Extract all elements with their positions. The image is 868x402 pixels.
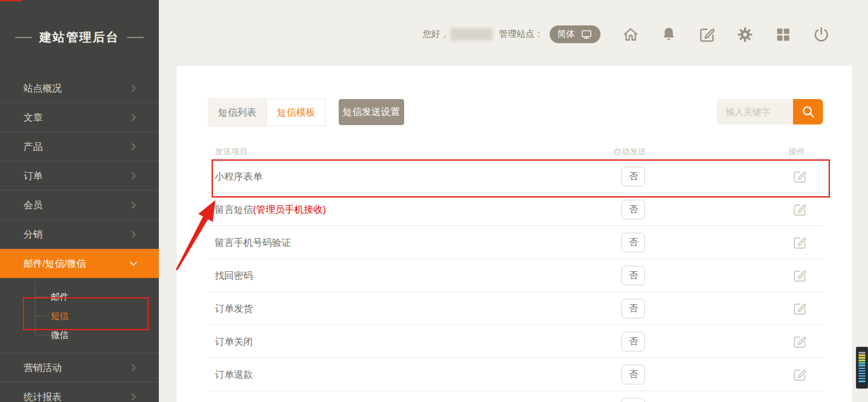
sidebar-item-marketing[interactable]: 营销活动 [0, 353, 159, 382]
row-name: 订单关闭 [215, 335, 253, 347]
username-redacted [451, 28, 492, 41]
row-name: 找回密码 [215, 269, 253, 281]
subitem-label: 短信 [51, 311, 69, 321]
row-edit-button[interactable] [792, 301, 807, 316]
chevron-right-icon [128, 392, 139, 402]
search-button[interactable] [793, 99, 823, 124]
chevron-right-icon [128, 83, 139, 93]
row-edit-button[interactable] [792, 367, 807, 382]
col-auto-send: 自动发送 [613, 146, 646, 157]
sidebar-item-members[interactable]: 会员 [0, 191, 159, 220]
tab-sms-template[interactable]: 短信模板 [267, 99, 325, 126]
sms-send-settings-button[interactable]: 短信发送设置 [339, 99, 404, 125]
sidebar-item-site-overview[interactable]: 站点概况 [0, 74, 159, 103]
row-edit-button[interactable] [792, 169, 807, 184]
row-name-text: 留言短信 [215, 203, 253, 214]
auto-send-toggle[interactable]: 否 [621, 398, 645, 402]
sidebar-menu: 站点概况 文章 产品 订单 会员 分销 [0, 74, 159, 402]
edit-icon [792, 334, 807, 349]
edit-icon [792, 301, 807, 316]
table-row: 找回密码 否 [208, 259, 823, 292]
language-pill[interactable]: 简体 [550, 25, 600, 43]
auto-send-toggle[interactable]: 否 [621, 298, 645, 318]
subitem-label: 邮件 [51, 291, 69, 302]
table-row: 订单发货 否 [208, 292, 823, 325]
chevron-right-icon [128, 171, 139, 181]
sidebar-item-mail-sms-wechat[interactable]: 邮件/短信/微信 [0, 249, 159, 278]
sidebar-item-orders[interactable]: 订单 [0, 161, 159, 191]
search-icon [801, 104, 816, 119]
sidebar-item-articles[interactable]: 文章 [0, 103, 159, 132]
auto-send-toggle[interactable]: 否 [621, 265, 645, 285]
auto-send-toggle[interactable]: 否 [621, 166, 645, 186]
sidebar-item-label: 站点概况 [24, 83, 62, 93]
sms-template-table: 发送项目 自动发送 操作 小程序表单 否 留言短信(管理员手机接收) 否 留言手… [208, 146, 823, 402]
tab-sms-list[interactable]: 短信列表 [208, 99, 267, 126]
sidebar-item-label: 文章 [24, 112, 43, 123]
sidebar-item-products[interactable]: 产品 [0, 132, 159, 161]
table-row: 订单退款 否 [208, 358, 823, 391]
sidebar-item-label: 产品 [24, 141, 43, 152]
edit-icon [792, 268, 807, 283]
floating-widget[interactable] [856, 347, 868, 389]
sidebar-item-statistics[interactable]: 统计报表 [0, 382, 159, 402]
row-name-text: 留言手机号码验证 [215, 236, 291, 247]
edit-icon [792, 235, 807, 250]
header-icon-bar [622, 26, 830, 43]
row-edit-button[interactable] [792, 334, 807, 349]
title-dash-left [15, 37, 32, 38]
language-pill-label: 简体 [557, 29, 575, 40]
auto-send-toggle[interactable]: 否 [621, 199, 645, 219]
auto-send-toggle[interactable]: 否 [621, 365, 645, 384]
content-card: 短信列表 短信模板 短信发送设置 发送项目 自动发送 操作 小程序表单 否 留言… [177, 66, 852, 402]
auto-send-toggle[interactable]: 否 [621, 232, 645, 252]
sidebar-title-text: 建站管理后台 [39, 29, 119, 46]
sidebar-subitem-mail[interactable]: 邮件 [0, 287, 159, 306]
search-input[interactable] [717, 99, 793, 124]
sidebar-title: 建站管理后台 [0, 29, 159, 46]
bell-icon[interactable] [660, 26, 677, 43]
grid-icon[interactable] [775, 26, 792, 43]
table-row: 留言手机号码验证 否 [208, 226, 823, 259]
monitor-icon [580, 29, 593, 40]
edit-icon [792, 169, 807, 184]
row-edit-button[interactable] [792, 202, 807, 217]
auto-send-toggle[interactable]: 否 [621, 332, 645, 351]
chevron-down-icon [128, 258, 139, 269]
sidebar-subitem-sms[interactable]: 短信 [0, 306, 159, 325]
row-name-text: 小程序表单 [215, 170, 262, 181]
chevron-right-icon [128, 112, 139, 123]
manage-site-label: 管理站点： [499, 29, 543, 40]
search-bar [717, 99, 823, 124]
row-edit-button[interactable] [792, 235, 807, 250]
subitem-label: 微信 [51, 330, 69, 340]
greeting-text: 您好， [423, 29, 449, 40]
edit-icon[interactable] [698, 26, 715, 43]
table-row: 订单关闭 否 [208, 325, 823, 358]
title-dash-right [127, 37, 144, 38]
sidebar-item-distribution[interactable]: 分销 [0, 220, 159, 249]
sidebar-item-label: 营销活动 [24, 362, 62, 373]
table-row: 小程序表单 否 [208, 160, 823, 193]
row-edit-button[interactable] [792, 268, 807, 283]
power-icon[interactable] [813, 26, 830, 43]
row-name: 订单发货 [215, 302, 253, 314]
table-header: 发送项目 自动发送 操作 [208, 146, 823, 160]
sidebar-item-label: 统计报表 [24, 391, 62, 402]
table-row: 否 [208, 391, 823, 402]
sidebar-item-label: 会员 [24, 199, 43, 210]
sidebar-item-label: 邮件/短信/微信 [24, 258, 86, 269]
chevron-right-icon [128, 229, 139, 239]
row-name: 订单退款 [215, 368, 253, 380]
gear-icon[interactable] [736, 26, 754, 43]
page: 建站管理后台 站点概况 文章 产品 订单 会员 [0, 0, 868, 402]
row-name-text: 找回密码 [215, 269, 253, 280]
home-icon[interactable] [622, 26, 639, 43]
row-name: 留言短信(管理员手机接收) [215, 203, 326, 215]
tab-group: 短信列表 短信模板 [208, 98, 326, 126]
sidebar-subitem-wechat[interactable]: 微信 [0, 325, 159, 344]
sidebar-item-label: 分销 [24, 229, 43, 239]
row-name-text: 订单关闭 [215, 335, 253, 346]
chevron-right-icon [128, 200, 139, 210]
row-name-suffix: (管理员手机接收) [253, 203, 326, 214]
